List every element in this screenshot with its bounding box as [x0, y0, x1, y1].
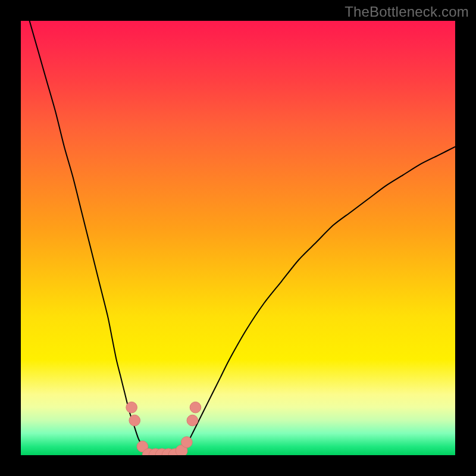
- watermark-text: TheBottleneck.com: [345, 4, 469, 20]
- chart-frame: TheBottleneck.com: [0, 0, 476, 476]
- bottleneck-curve: [30, 21, 455, 455]
- data-marker: [129, 415, 140, 426]
- data-marker: [181, 437, 193, 448]
- data-marker: [190, 402, 201, 413]
- curve-path: [30, 21, 455, 455]
- data-markers: [126, 402, 201, 455]
- plot-area: [21, 21, 455, 455]
- data-marker: [126, 402, 137, 413]
- data-marker: [187, 415, 198, 426]
- chart-svg: [21, 21, 455, 455]
